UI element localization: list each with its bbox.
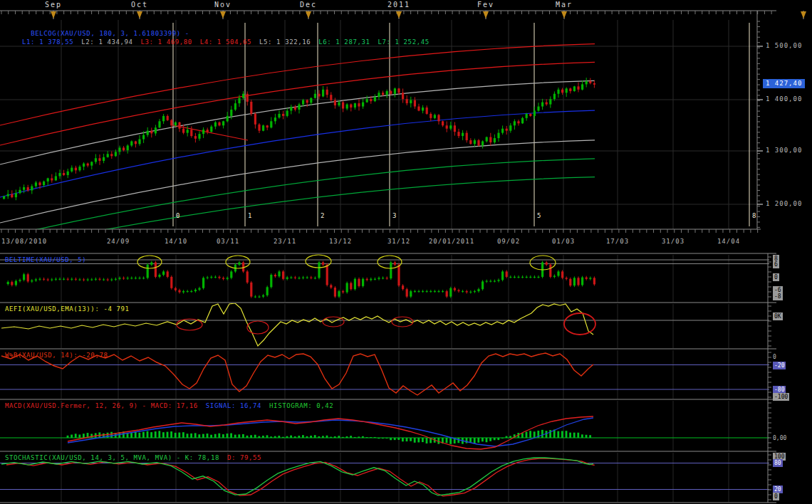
trading-terminal: 012358SepOctNovDec2011FevMar13/08/201024… [0,0,812,504]
chart-canvas[interactable] [0,0,812,504]
